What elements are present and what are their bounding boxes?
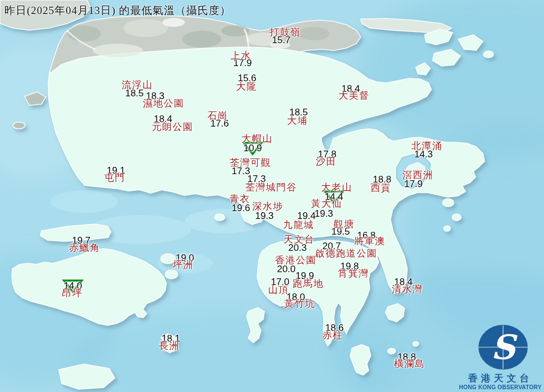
station-value: 19.3 (314, 209, 333, 218)
station-name: 荃灣可觀 (230, 158, 271, 167)
station-name: 沙田 (316, 157, 337, 166)
station-value: 20.0 (277, 264, 295, 274)
station-name: 大帽山 (241, 134, 273, 143)
station-name: 大老山 (321, 183, 352, 192)
hko-logo-en: HONG KONG OBSERVATORY (458, 384, 543, 391)
station-name: 昂坪 (62, 288, 83, 298)
station-name: 筲箕灣 (338, 269, 369, 278)
station-name: 西貢 (371, 183, 392, 193)
station-value: 19.3 (255, 211, 273, 221)
station-name: 打鼓嶺 (269, 27, 301, 37)
station-name: 大隴 (236, 82, 257, 91)
station-name: 坪洲 (173, 260, 194, 269)
station-name: 流浮山 (122, 80, 153, 90)
hko-logo-mark: S (458, 324, 543, 371)
station-name: 濕地公園 (143, 99, 184, 108)
station-name: 青衣 (230, 194, 250, 204)
hko-logo: S 香港天文台 HONG KONG OBSERVATORY (458, 324, 543, 391)
map-title: 昨日(2025年04月13日) 的最低氣溫（攝氏度） (4, 3, 231, 18)
min-temp-map-page: 昨日(2025年04月13日) 的最低氣溫（攝氏度） 15.7打鼓嶺17.9上水… (0, 0, 544, 392)
station-value: 17.9 (404, 179, 422, 189)
station-name: 跑馬地 (292, 279, 324, 288)
station-value: 19.6 (231, 203, 250, 213)
station-name: 石崗 (208, 111, 229, 120)
station-name: 屯門 (105, 173, 125, 183)
hko-logo-cn: 香港天文台 (458, 374, 543, 384)
station-name: 赤鱲角 (69, 243, 100, 253)
station-name: 長洲 (159, 341, 180, 351)
station-name: 赤柱 (323, 330, 343, 340)
station-name: 黃竹坑 (284, 299, 315, 309)
station-name: 滘西洲 (402, 170, 434, 180)
station-value: 10.9 (243, 143, 262, 153)
svg-text:S: S (491, 328, 518, 367)
station-name: 橫瀾島 (394, 359, 425, 368)
station-name: 山頂 (268, 285, 289, 295)
station-name: 香港公園 (275, 255, 317, 265)
station-name: 觀塘 (334, 220, 355, 229)
station-name: 荃灣城門谷 (245, 183, 297, 192)
station-name: 黃大仙 (311, 199, 342, 208)
station-name: 北潭涌 (411, 141, 443, 151)
station-name: 大美督 (338, 91, 370, 100)
station-name: 大埔 (287, 116, 308, 125)
station-name: 天文台 (283, 235, 315, 244)
station-name: 上水 (231, 51, 252, 60)
station-name: 啟德跑道公園 (315, 249, 378, 258)
station-name: 九龍城 (283, 220, 314, 230)
station-name: 將軍澳 (354, 236, 385, 246)
station-name: 清水灣 (392, 284, 423, 294)
station-name: 元朗公園 (152, 122, 193, 132)
station-name: 深水埗 (252, 202, 283, 211)
